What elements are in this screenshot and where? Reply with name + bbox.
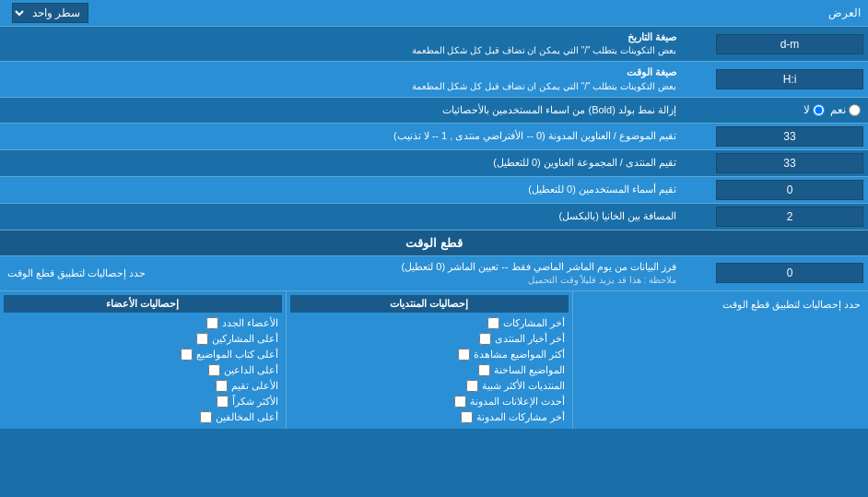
- cut-time-row: فرز البيانات من يوم الماشر الماضي فقط --…: [0, 256, 868, 291]
- time-format-label: صيغة الوقت بعض التكوينات يتطلب "/" التي …: [0, 62, 684, 96]
- checkbox-مشاركات-input[interactable]: [487, 317, 499, 329]
- cut-time-statistics-label: حدد إحصاليات لتطبيق قطع الوقت: [0, 264, 153, 283]
- forum-sort-label: تقيم المنتدى / المجموعة العناوين (0 للتع…: [0, 152, 684, 173]
- time-format-input-cell: [684, 66, 868, 92]
- distance-input-cell: [684, 204, 868, 230]
- checkbox-مدونة-input[interactable]: [461, 411, 473, 423]
- bottom-left-col: إحصاليات الأعضاء الأعضاء الجدد أعلى المش…: [0, 291, 287, 429]
- cut-time-input-cell: [684, 260, 868, 286]
- checkbox-أخبار: أخر أخبار المنتدى: [290, 331, 569, 347]
- bold-remove-row: نعم لا إزالة نمط بولد (Bold) من اسماء ال…: [0, 98, 868, 124]
- users-sort-input-cell: [684, 177, 868, 203]
- bottom-middle-col: إحصاليات المنتديات أخر المشاركات أخر أخب…: [287, 291, 573, 429]
- time-format-row: صيغة الوقت بعض التكوينات يتطلب "/" التي …: [0, 62, 868, 97]
- bold-remove-radio-cell: نعم لا: [684, 101, 868, 119]
- checkbox-جدد: الأعضاء الجدد: [4, 315, 282, 331]
- radio-yes[interactable]: [849, 104, 861, 116]
- checkbox-مشاركين-input[interactable]: [196, 333, 208, 345]
- checkbox-إعلانات: أحدث الإعلانات المدونة: [290, 394, 569, 409]
- checkbox-مخالفين-input[interactable]: [200, 411, 212, 423]
- checkbox-مشاهدة-input[interactable]: [458, 349, 470, 361]
- topic-sort-row: تقيم الموضوع / العناوين المدونة (0 -- ال…: [0, 124, 868, 150]
- topic-sort-input[interactable]: [716, 126, 863, 147]
- time-format-input[interactable]: [716, 69, 863, 89]
- checkbox-تقيم: الأعلى تقيم: [4, 378, 282, 394]
- display-label: العرض: [821, 3, 868, 23]
- checkbox-إعلانات-input[interactable]: [454, 396, 466, 408]
- checkbox-تقيم-input[interactable]: [216, 380, 228, 392]
- checkbox-ساخنة-input[interactable]: [478, 364, 490, 376]
- checkbox-كتاب-input[interactable]: [181, 349, 193, 361]
- date-format-row: صيغة التاريخ بعض التكوينات يتطلب "/" الت…: [0, 27, 868, 62]
- checkbox-مشاركين: أعلى المشاركين: [4, 331, 282, 347]
- users-sort-row: تقيم أسماء المستخدمين (0 للتعطيل): [0, 177, 868, 204]
- radio-no[interactable]: [813, 104, 825, 116]
- users-sort-label: تقيم أسماء المستخدمين (0 للتعطيل): [0, 179, 684, 200]
- cut-time-header: قطع الوقت: [0, 231, 868, 256]
- date-format-label: صيغة التاريخ بعض التكوينات يتطلب "/" الت…: [0, 27, 684, 61]
- topic-sort-input-cell: [684, 124, 868, 149]
- date-format-input[interactable]: [716, 34, 863, 54]
- checkbox-شبية-input[interactable]: [466, 380, 478, 392]
- bold-remove-label: إزالة نمط بولد (Bold) من اسماء المستخدمي…: [0, 100, 684, 121]
- bottom-right-col: حدد إحصاليات لتطبيق قطع الوقت: [573, 291, 868, 429]
- checkbox-مشاركات: أخر المشاركات: [290, 315, 569, 331]
- cut-time-input[interactable]: [716, 263, 863, 283]
- radio-no-label[interactable]: لا: [803, 103, 825, 116]
- checkbox-ساخنة: المواضيع الساخنة: [290, 362, 569, 378]
- checkbox-مخالفين: أعلى المخالفين: [4, 409, 282, 425]
- checkbox-جدد-input[interactable]: [206, 317, 218, 329]
- checkbox-شكر-input[interactable]: [217, 396, 229, 408]
- distance-input[interactable]: [716, 207, 863, 227]
- checkbox-داعين: أعلى الداعين: [4, 362, 282, 378]
- radio-yes-label[interactable]: نعم: [830, 103, 861, 116]
- main-container: العرض سطر واحد سطرين ثلاثة أسطر صيغة الت…: [0, 0, 868, 429]
- display-select[interactable]: سطر واحد سطرين ثلاثة أسطر: [12, 3, 88, 23]
- forum-sort-input[interactable]: [716, 153, 863, 173]
- display-row: العرض سطر واحد سطرين ثلاثة أسطر: [0, 0, 868, 27]
- checkbox-داعين-input[interactable]: [208, 364, 220, 376]
- cut-time-label: فرز البيانات من يوم الماشر الماضي فقط --…: [153, 256, 684, 290]
- checkbox-شبية: المنتديات الأكثر شبية: [290, 378, 569, 394]
- checkbox-كتاب: أعلى كتاب المواضيع: [4, 347, 282, 362]
- distance-label: المسافة بين الخانيا (بالبكسل): [0, 206, 684, 227]
- middle-col-header: إحصاليات المنتديات: [290, 295, 569, 313]
- checkbox-أخبار-input[interactable]: [479, 333, 491, 345]
- topic-sort-label: تقيم الموضوع / العناوين المدونة (0 -- ال…: [0, 125, 684, 147]
- forum-sort-input-cell: [684, 150, 868, 176]
- checkbox-مشاهدة: أكثر المواضيع مشاهدة: [290, 347, 569, 362]
- forum-sort-row: تقيم المنتدى / المجموعة العناوين (0 للتع…: [0, 150, 868, 177]
- left-col-header: إحصاليات الأعضاء: [4, 295, 282, 313]
- users-sort-input[interactable]: [716, 180, 863, 200]
- bottom-section: حدد إحصاليات لتطبيق قطع الوقت إحصاليات ا…: [0, 291, 868, 429]
- distance-row: المسافة بين الخانيا (بالبكسل): [0, 204, 868, 231]
- bottom-right-label: حدد إحصاليات لتطبيق قطع الوقت: [577, 295, 864, 314]
- checkbox-مدونة: أخر مشاركات المدونة: [290, 409, 569, 425]
- date-format-input-cell: [684, 31, 868, 57]
- checkbox-شكر: الأكثر شكراً: [4, 394, 282, 409]
